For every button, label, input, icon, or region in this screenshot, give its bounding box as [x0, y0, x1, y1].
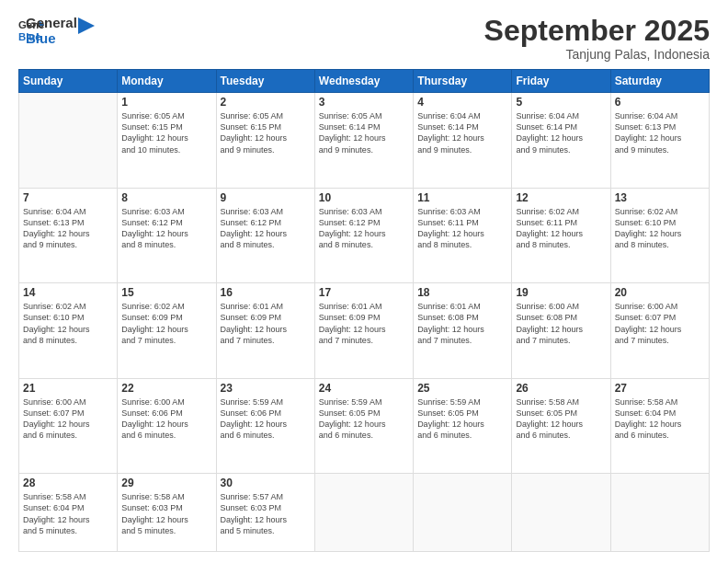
logo-arrow-icon [78, 17, 95, 34]
day-info: Sunrise: 6:03 AMSunset: 6:12 PMDaylight:… [319, 206, 409, 251]
weekday-header-sunday: Sunday [19, 70, 118, 93]
day-number: 29 [121, 477, 211, 489]
calendar-cell: 8Sunrise: 6:03 AMSunset: 6:12 PMDaylight… [118, 188, 216, 283]
day-number: 15 [121, 286, 211, 299]
calendar-cell: 3Sunrise: 6:05 AMSunset: 6:14 PMDaylight… [314, 93, 413, 189]
calendar-cell: 27Sunrise: 5:58 AMSunset: 6:04 PMDayligh… [610, 378, 709, 474]
calendar-cell: 9Sunrise: 6:03 AMSunset: 6:12 PMDaylight… [216, 188, 314, 283]
day-info: Sunrise: 6:02 AMSunset: 6:09 PMDaylight:… [121, 301, 211, 346]
day-number: 6 [615, 96, 705, 109]
day-info: Sunrise: 6:00 AMSunset: 6:08 PMDaylight:… [516, 301, 606, 346]
day-info: Sunrise: 6:03 AMSunset: 6:12 PMDaylight:… [221, 206, 311, 251]
weekday-header-thursday: Thursday [414, 70, 512, 93]
day-info: Sunrise: 6:04 AMSunset: 6:13 PMDaylight:… [23, 206, 113, 251]
day-info: Sunrise: 6:00 AMSunset: 6:07 PMDaylight:… [615, 301, 705, 346]
day-info: Sunrise: 5:59 AMSunset: 6:05 PMDaylight:… [417, 396, 507, 442]
day-info: Sunrise: 6:01 AMSunset: 6:09 PMDaylight:… [221, 301, 311, 346]
calendar-cell: 17Sunrise: 6:01 AMSunset: 6:09 PMDayligh… [314, 283, 413, 379]
calendar-cell: 26Sunrise: 5:58 AMSunset: 6:05 PMDayligh… [512, 378, 610, 474]
day-number: 2 [221, 96, 311, 109]
calendar-cell: 22Sunrise: 6:00 AMSunset: 6:06 PMDayligh… [118, 378, 216, 474]
calendar-cell: 6Sunrise: 6:04 AMSunset: 6:13 PMDaylight… [610, 93, 709, 189]
calendar-cell: 19Sunrise: 6:00 AMSunset: 6:08 PMDayligh… [512, 283, 610, 379]
day-number: 3 [319, 96, 409, 109]
day-number: 27 [615, 382, 705, 395]
day-number: 13 [615, 191, 705, 204]
day-number: 12 [516, 191, 606, 204]
day-number: 21 [23, 382, 113, 395]
day-number: 20 [615, 286, 705, 299]
header: General Blue General Blue September 2025… [18, 15, 710, 62]
svg-marker-3 [78, 17, 95, 34]
day-number: 1 [121, 96, 211, 109]
day-number: 25 [417, 382, 507, 395]
logo-line2: Blue [26, 30, 77, 46]
calendar-cell: 30Sunrise: 5:57 AMSunset: 6:03 PMDayligh… [216, 474, 314, 552]
day-number: 8 [121, 191, 211, 204]
calendar-cell [512, 474, 610, 552]
day-info: Sunrise: 6:01 AMSunset: 6:09 PMDaylight:… [319, 301, 409, 346]
day-number: 16 [221, 286, 311, 299]
day-info: Sunrise: 6:04 AMSunset: 6:13 PMDaylight:… [615, 110, 705, 155]
day-number: 23 [221, 382, 311, 395]
day-number: 11 [417, 191, 507, 204]
calendar-cell: 18Sunrise: 6:01 AMSunset: 6:08 PMDayligh… [414, 283, 512, 379]
calendar-cell: 10Sunrise: 6:03 AMSunset: 6:12 PMDayligh… [314, 188, 413, 283]
day-number: 9 [221, 191, 311, 204]
day-info: Sunrise: 6:02 AMSunset: 6:10 PMDaylight:… [23, 301, 113, 346]
calendar-week-2: 14Sunrise: 6:02 AMSunset: 6:10 PMDayligh… [19, 283, 710, 379]
title-block: September 2025 Tanjung Palas, Indonesia [484, 15, 710, 62]
day-info: Sunrise: 5:59 AMSunset: 6:05 PMDaylight:… [319, 396, 409, 442]
day-info: Sunrise: 6:03 AMSunset: 6:12 PMDaylight:… [121, 206, 211, 251]
day-number: 24 [319, 382, 409, 395]
calendar-week-1: 7Sunrise: 6:04 AMSunset: 6:13 PMDaylight… [19, 188, 710, 283]
weekday-header-friday: Friday [512, 70, 610, 93]
calendar-cell: 16Sunrise: 6:01 AMSunset: 6:09 PMDayligh… [216, 283, 314, 379]
page: General Blue General Blue September 2025… [0, 0, 728, 563]
day-info: Sunrise: 6:05 AMSunset: 6:15 PMDaylight:… [221, 110, 311, 155]
day-number: 19 [516, 286, 606, 299]
logo-line1: General [26, 15, 77, 30]
calendar-cell: 25Sunrise: 5:59 AMSunset: 6:05 PMDayligh… [414, 378, 512, 474]
weekday-header-saturday: Saturday [610, 70, 709, 93]
day-info: Sunrise: 6:01 AMSunset: 6:08 PMDaylight:… [417, 301, 507, 346]
calendar-week-4: 28Sunrise: 5:58 AMSunset: 6:04 PMDayligh… [19, 474, 710, 552]
day-number: 17 [319, 286, 409, 299]
day-number: 5 [516, 96, 606, 109]
day-number: 18 [417, 286, 507, 299]
day-number: 22 [121, 382, 211, 395]
month-title: September 2025 [484, 15, 710, 47]
calendar-cell: 23Sunrise: 5:59 AMSunset: 6:06 PMDayligh… [216, 378, 314, 474]
day-info: Sunrise: 6:02 AMSunset: 6:11 PMDaylight:… [516, 206, 606, 251]
weekday-header-wednesday: Wednesday [314, 70, 413, 93]
day-info: Sunrise: 6:00 AMSunset: 6:06 PMDaylight:… [121, 396, 211, 442]
calendar-cell: 7Sunrise: 6:04 AMSunset: 6:13 PMDaylight… [19, 188, 118, 283]
calendar-cell: 15Sunrise: 6:02 AMSunset: 6:09 PMDayligh… [118, 283, 216, 379]
logo: General Blue General Blue [18, 15, 95, 47]
day-number: 30 [221, 477, 311, 489]
day-number: 4 [417, 96, 507, 109]
weekday-header-tuesday: Tuesday [216, 70, 314, 93]
calendar-cell: 13Sunrise: 6:02 AMSunset: 6:10 PMDayligh… [610, 188, 709, 283]
day-info: Sunrise: 5:58 AMSunset: 6:04 PMDaylight:… [615, 396, 705, 442]
day-info: Sunrise: 6:04 AMSunset: 6:14 PMDaylight:… [417, 110, 507, 155]
calendar-cell [610, 474, 709, 552]
calendar-cell: 11Sunrise: 6:03 AMSunset: 6:11 PMDayligh… [414, 188, 512, 283]
day-number: 10 [319, 191, 409, 204]
day-info: Sunrise: 6:02 AMSunset: 6:10 PMDaylight:… [615, 206, 705, 251]
calendar-cell: 20Sunrise: 6:00 AMSunset: 6:07 PMDayligh… [610, 283, 709, 379]
calendar-cell [314, 474, 413, 552]
calendar-cell: 4Sunrise: 6:04 AMSunset: 6:14 PMDaylight… [414, 93, 512, 189]
calendar-cell: 5Sunrise: 6:04 AMSunset: 6:14 PMDaylight… [512, 93, 610, 189]
day-number: 14 [23, 286, 113, 299]
day-number: 26 [516, 382, 606, 395]
calendar-cell: 21Sunrise: 6:00 AMSunset: 6:07 PMDayligh… [19, 378, 118, 474]
day-info: Sunrise: 5:58 AMSunset: 6:04 PMDaylight:… [23, 491, 113, 536]
day-info: Sunrise: 6:00 AMSunset: 6:07 PMDaylight:… [23, 396, 113, 442]
day-number: 7 [23, 191, 113, 204]
calendar-table: SundayMondayTuesdayWednesdayThursdayFrid… [18, 69, 710, 552]
calendar-cell: 24Sunrise: 5:59 AMSunset: 6:05 PMDayligh… [314, 378, 413, 474]
day-info: Sunrise: 6:04 AMSunset: 6:14 PMDaylight:… [516, 110, 606, 155]
day-info: Sunrise: 5:57 AMSunset: 6:03 PMDaylight:… [221, 491, 311, 536]
calendar-cell: 29Sunrise: 5:58 AMSunset: 6:03 PMDayligh… [118, 474, 216, 552]
